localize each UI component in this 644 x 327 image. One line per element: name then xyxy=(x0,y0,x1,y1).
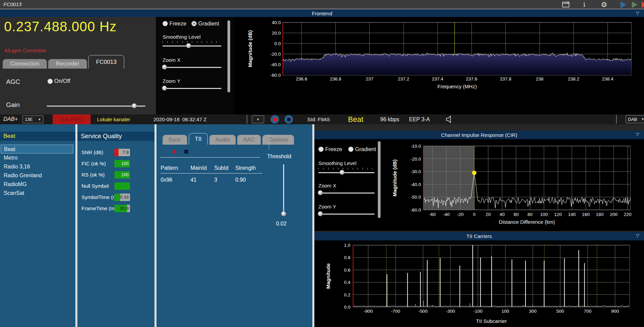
service-dropdown-button[interactable]: ▼ xyxy=(252,115,264,123)
band-dropdown-icon: ▼ xyxy=(641,117,644,121)
service-list-item[interactable]: Beat xyxy=(1,145,73,153)
zoom-y-label: Zoom Y xyxy=(163,78,180,84)
record-dot-icon xyxy=(273,117,277,122)
zoom-y-slider-knob[interactable] xyxy=(162,86,167,91)
cir-smoothing-slider-knob[interactable] xyxy=(339,170,345,175)
svg-text:238.4: 238.4 xyxy=(602,76,613,81)
svg-text:60: 60 xyxy=(514,212,519,217)
gain-slider-track[interactable] xyxy=(47,106,145,107)
svg-text:40: 40 xyxy=(500,212,505,217)
channel-select[interactable]: 13E ▼ xyxy=(22,115,43,123)
band-value: DAB xyxy=(628,117,637,122)
service-list-item[interactable]: ScanSat xyxy=(1,189,73,198)
threshold-slider-track[interactable] xyxy=(283,164,284,216)
zoom-y-slider-track[interactable] xyxy=(163,88,221,89)
spectrum-window-icon[interactable] xyxy=(562,2,569,7)
datetime: 2020-09-18 06:32:47 Z xyxy=(153,116,207,122)
svg-text:-20.0: -20.0 xyxy=(410,157,421,162)
cir-zoom-y-slider-track[interactable] xyxy=(318,214,374,215)
service-list-item[interactable]: Radio 3,16 xyxy=(1,162,73,171)
info-icon[interactable]: i xyxy=(583,1,585,8)
start-play-icon[interactable] xyxy=(621,1,626,8)
tab-fc0013[interactable]: FC0013 xyxy=(88,55,124,69)
tii-table-cell: 0.90 xyxy=(235,177,262,183)
frontend-controls-scrollbar[interactable] xyxy=(227,20,230,92)
frontend-spectrum-chart: 40.020.00.0-20.0-40.0-60.0236.6236.82372… xyxy=(234,17,644,114)
tii-table-header: PatternMainIdSubIdStrength xyxy=(161,165,262,174)
cir-gradient-radio[interactable] xyxy=(348,147,353,152)
tab-options[interactable]: Options xyxy=(262,135,294,145)
quality-row: FIC (ok %)100 xyxy=(77,160,154,168)
svg-text:20.0: 20.0 xyxy=(272,31,281,36)
channel-dropdown-icon: ▼ xyxy=(38,118,41,121)
quality-row: Null Symbol xyxy=(77,182,154,190)
cir-zoom-y-slider-knob[interactable] xyxy=(318,211,323,216)
tii-panel-title: TII Carriers xyxy=(314,233,644,239)
band-select[interactable]: DAB ▼ xyxy=(626,115,644,123)
services-header: Beat xyxy=(3,133,15,140)
tii-collapse-icon[interactable]: ▽ xyxy=(636,233,639,238)
cir-smoothing-slider-track[interactable] xyxy=(318,172,374,173)
svg-text:0.0: 0.0 xyxy=(274,41,281,46)
smoothing-label: Smoothing Level xyxy=(163,34,201,40)
svg-text:140: 140 xyxy=(568,212,576,217)
record-button[interactable] xyxy=(271,115,279,124)
svg-text:-40: -40 xyxy=(443,212,450,217)
threshold-slider-knob[interactable] xyxy=(281,211,286,216)
tii-column-header: MainId xyxy=(190,165,214,171)
svg-text:180: 180 xyxy=(596,212,604,217)
service-list-item[interactable]: Radio Grenland xyxy=(1,171,73,180)
quit-icon-partial[interactable] xyxy=(642,1,644,8)
service-list-item[interactable]: RadioMG xyxy=(1,180,73,189)
cir-freeze-radio[interactable] xyxy=(318,147,324,152)
cir-collapse-icon[interactable]: ▽ xyxy=(636,132,639,137)
freeze-label: Freeze xyxy=(169,21,186,27)
svg-text:200: 200 xyxy=(610,212,618,217)
threshold-value: 0.02 xyxy=(276,221,287,227)
tab-connection[interactable]: Connection xyxy=(3,59,47,69)
svg-text:700: 700 xyxy=(584,309,592,314)
gradient-checked-icon[interactable]: ✕ xyxy=(191,21,197,26)
svg-text:0.4: 0.4 xyxy=(344,280,350,285)
agc-radio[interactable] xyxy=(48,79,53,84)
quality-bar-segment xyxy=(114,149,118,156)
smoothing-slider-knob[interactable] xyxy=(186,43,191,48)
svg-text:80: 80 xyxy=(528,212,533,217)
quality-row-label: RS (ok %) xyxy=(81,172,105,178)
svg-text:237.4: 237.4 xyxy=(432,76,443,81)
tab-sync[interactable]: Sync xyxy=(163,135,187,145)
tab-aac[interactable]: AAC xyxy=(237,135,261,145)
quality-row: RS (ok %)100 xyxy=(77,171,154,179)
svg-text:-20.0: -20.0 xyxy=(270,52,281,57)
svg-text:-500: -500 xyxy=(419,309,428,314)
stop-button[interactable] xyxy=(284,115,293,124)
svg-text:500: 500 xyxy=(556,309,564,314)
zoom-x-label: Zoom X xyxy=(163,57,181,63)
svg-text:0.6: 0.6 xyxy=(344,268,350,273)
gain-slider-knob[interactable] xyxy=(132,103,137,108)
titlebar: FC0013 i ⚙ xyxy=(0,0,644,9)
smoothing-slider-track[interactable] xyxy=(163,46,221,47)
tab-tii[interactable]: TII xyxy=(189,133,208,145)
cir-zoom-x-slider-track[interactable] xyxy=(318,193,374,194)
cir-controls-scrollbar[interactable] xyxy=(378,141,381,218)
tab-audio[interactable]: Audio xyxy=(209,135,236,145)
service-list-item[interactable]: Metro xyxy=(1,153,73,162)
sync-status-dot-icon xyxy=(173,150,176,153)
tii-column-header: SubId xyxy=(214,165,235,171)
service-list: BeatMetroRadio 3,16Radio GrenlandRadioMG… xyxy=(1,145,73,198)
svg-text:0: 0 xyxy=(473,212,476,217)
cir-chart: -10.0-20.0-30.0-40.0-50.0-60.0-60-40-200… xyxy=(382,139,644,231)
secondary-play-icon[interactable] xyxy=(632,1,638,8)
tab-recorder[interactable]: Recorder xyxy=(48,59,87,69)
zoom-x-slider-knob[interactable] xyxy=(162,65,167,70)
svg-text:220: 220 xyxy=(624,212,632,217)
quality-row-label: FrameTime (ms) xyxy=(81,205,119,211)
speaker-icon[interactable] xyxy=(445,115,454,123)
freeze-radio[interactable] xyxy=(163,21,168,26)
zoom-x-slider-track[interactable] xyxy=(163,67,221,68)
settings-gear-icon[interactable]: ⚙ xyxy=(601,1,607,8)
svg-text:Frequency (MHz): Frequency (MHz) xyxy=(438,84,477,89)
cir-zoom-x-slider-knob[interactable] xyxy=(318,190,323,195)
collapse-triangle-icon[interactable]: ▽ xyxy=(636,11,639,16)
